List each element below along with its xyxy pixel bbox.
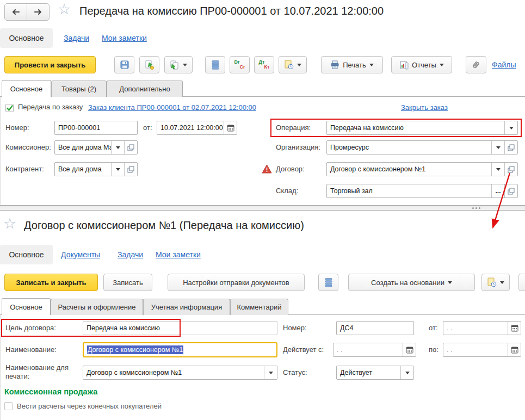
calendar-button[interactable] [508, 343, 521, 356]
post-variants-icon [170, 60, 180, 70]
win2-nav-documents[interactable]: Документы [61, 250, 100, 259]
post-document-button[interactable] [139, 56, 159, 73]
close-order-link[interactable]: Закрыть заказ [401, 103, 448, 112]
valid-to-input[interactable]: . . [443, 343, 521, 357]
valid-from-input[interactable]: . . [333, 343, 416, 357]
calendar-icon [406, 346, 413, 354]
save-and-close-button[interactable]: Записать и закрыть [4, 274, 98, 291]
dropdown-button[interactable] [111, 141, 124, 154]
name-input[interactable]: Договор с комиссионером №1 [83, 342, 277, 357]
open-button[interactable] [124, 163, 137, 176]
attachments-button[interactable] [466, 56, 486, 73]
print-label: Печать [343, 61, 366, 69]
win2-tab-accounting[interactable]: Учетная информация [143, 299, 230, 315]
print-menu-button[interactable]: Печать [321, 56, 383, 73]
client-order-link[interactable]: Заказ клиента ПР00-000001 от 02.07.2021 … [88, 103, 256, 112]
dropdown-button[interactable] [491, 163, 504, 176]
counterparty-combo[interactable]: Все для дома [54, 162, 138, 176]
save-button[interactable] [114, 56, 134, 73]
win2-nav-notes[interactable]: Мои заметки [156, 250, 201, 259]
contract-number-input[interactable]: ДС4 [336, 321, 414, 335]
clipped-toolbar-button[interactable] [518, 274, 525, 291]
favorite-star-icon[interactable]: ☆ [58, 2, 71, 17]
warehouse-field[interactable]: Торговый зал ... [326, 184, 518, 198]
open-button[interactable] [504, 184, 517, 197]
win1-tab-goods[interactable]: Товары (2) [51, 81, 107, 97]
win1-nav-main[interactable]: Основное [0, 28, 53, 48]
dropdown-button[interactable] [111, 163, 124, 176]
win2-nav-main[interactable]: Основное [0, 245, 53, 264]
print-name-label: Наименование для печати: [5, 363, 73, 381]
structure-button-2[interactable] [318, 274, 338, 291]
settle-through-buyers-checkbox[interactable] [4, 402, 13, 410]
drcr-button[interactable]: DrCr [230, 56, 250, 73]
create-based-on-button[interactable]: Создать на основании [348, 274, 475, 291]
open-button[interactable] [504, 141, 517, 154]
contract-combo[interactable]: Договор с комиссионером №1 [326, 162, 518, 176]
win1-tab-main[interactable]: Основное [2, 80, 51, 97]
dropdown-button[interactable] [504, 121, 517, 134]
dropdown-button[interactable] [400, 366, 413, 379]
calendar-button[interactable] [403, 343, 416, 356]
send-settings-button[interactable]: Настройки отправки документов [168, 274, 305, 291]
date-label: от: [143, 121, 152, 135]
favorite-star-icon[interactable]: ☆ [3, 217, 16, 231]
floppy-icon [120, 60, 129, 70]
schedule-menu-button-2[interactable] [481, 274, 510, 291]
window-splitter[interactable] [0, 205, 525, 211]
number-input[interactable]: ПР00-000001 [54, 121, 138, 135]
win2-tab-settlements[interactable]: Расчеты и оформление [51, 299, 143, 315]
list-icon [212, 60, 219, 70]
reports-label: Отчеты [412, 61, 436, 69]
open-button[interactable] [124, 141, 137, 154]
dropdown-button[interactable] [491, 141, 504, 154]
back-button[interactable] [5, 4, 27, 20]
choose-button[interactable]: ... [491, 184, 504, 197]
open-in-form-icon [508, 144, 515, 151]
commissioner-combo[interactable]: Все для дома Магазин [54, 140, 138, 155]
operation-combo[interactable]: Передача на комиссию [326, 121, 518, 135]
arrow-right-icon [34, 9, 42, 15]
calendar-icon [511, 346, 518, 354]
status-combo[interactable]: Действует [336, 366, 414, 380]
post-menu-button[interactable] [164, 56, 193, 73]
schedule-menu-button[interactable] [279, 56, 307, 73]
organization-combo[interactable]: Промресурс [326, 140, 518, 155]
document-clock-icon [284, 60, 294, 70]
files-link[interactable]: Файлы [492, 60, 516, 69]
chevron-down-icon [297, 64, 301, 69]
document-structure-button[interactable] [205, 56, 225, 73]
win1-tab-extra[interactable]: Дополнительно [107, 81, 183, 97]
contract-date-input[interactable]: . . [443, 321, 521, 335]
chevron-down-icon [448, 281, 452, 286]
post-and-close-button[interactable]: Провести и закрыть [4, 56, 96, 73]
reports-menu-button[interactable]: Отчеты [391, 56, 452, 73]
dropdown-button[interactable] [264, 366, 277, 379]
calendar-button[interactable] [224, 121, 237, 134]
dtkt-button[interactable]: ДтКт [254, 56, 274, 73]
svg-text:!: ! [266, 166, 268, 173]
forward-button[interactable] [27, 4, 49, 20]
save-button-2[interactable]: Записать [103, 274, 152, 291]
chevron-down-icon [116, 168, 120, 173]
chevron-down-icon [369, 64, 374, 69]
win2-tab-main[interactable]: Основное [2, 298, 51, 315]
win1-nav-notes[interactable]: Мои заметки [102, 34, 147, 42]
purpose-input[interactable]: Передача на комиссию [83, 321, 277, 335]
calendar-button[interactable] [508, 322, 521, 335]
win1-nav-tasks[interactable]: Задачи [64, 34, 89, 42]
date-input[interactable]: 10.07.2021 12:00:00 [157, 121, 237, 135]
commissioner-label: Комиссионер: [5, 140, 51, 155]
transfer-by-order-checkbox[interactable] [5, 104, 14, 112]
chevron-down-icon [183, 64, 187, 69]
win2-nav-tasks[interactable]: Задачи [118, 250, 143, 259]
form-border [0, 97, 1, 205]
open-button[interactable] [504, 163, 517, 176]
settle-through-buyers-label: Вести расчеты через конечных покупателей [17, 402, 162, 410]
operation-label: Операция: [276, 121, 311, 135]
print-name-combo[interactable]: Договор с комиссионером №1 [83, 366, 277, 380]
form-border [0, 315, 1, 420]
valid-from-label: Действует с: [283, 343, 324, 357]
report-chart-icon [399, 60, 409, 70]
win2-tab-comment[interactable]: Комментарий [230, 299, 288, 315]
